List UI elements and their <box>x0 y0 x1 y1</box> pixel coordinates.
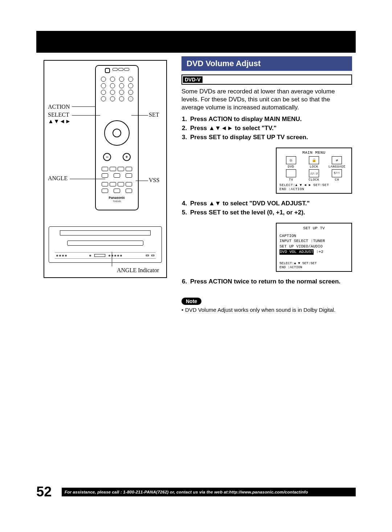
device-slot <box>60 230 151 235</box>
page-header-band <box>36 31 356 53</box>
num-btn <box>110 77 115 82</box>
menu-title: SET UP TV <box>279 226 348 231</box>
btn-icon <box>117 255 119 257</box>
remote-outline: − + <box>95 65 139 210</box>
num-btn <box>128 90 133 95</box>
remote-brand: Panasonic TV/DVD <box>96 196 138 202</box>
callout-vss: VSS <box>149 177 159 184</box>
language-icon: ⇄ <box>332 156 342 164</box>
page-number: 52 <box>36 484 62 500</box>
step-list: Press ACTION twice to return to the norm… <box>181 278 352 286</box>
transport-row2 <box>102 173 132 178</box>
chap-icon <box>126 173 132 178</box>
stop-icon <box>102 167 108 171</box>
search-icon <box>114 173 120 178</box>
illustration-panel: − + <box>44 60 167 278</box>
leader-line <box>72 115 100 116</box>
btn-icon <box>120 255 122 257</box>
device-front-panel <box>55 252 156 259</box>
subtitle-icon <box>118 182 124 186</box>
num-btn <box>119 96 124 101</box>
footer-assistance-bar: For assistance, please call : 1-800-211-… <box>62 488 356 496</box>
num-btn <box>119 77 124 82</box>
plus-icon: + <box>123 153 131 161</box>
callout-angle-indicator: ANGLE Indicator <box>117 267 159 274</box>
led-icon <box>62 255 64 257</box>
intro-paragraph: Some DVDs are recorded at lower than ave… <box>181 88 352 112</box>
menu-item-label: CH <box>326 178 348 182</box>
menu-line: INPUT SELECT :TUNER <box>279 238 348 244</box>
instructions-column: DVD Volume Adjust DVD-V Some DVDs are re… <box>181 56 352 313</box>
leader-line <box>70 179 105 179</box>
page-footer: 52 For assistance, please call : 1-800-2… <box>36 484 356 500</box>
menu-line: SET UP VIDEO/AUDIO <box>279 244 348 249</box>
dvdv-label: DVD-V <box>183 76 203 83</box>
lock-icon: 🔒 <box>309 156 319 164</box>
port-icon <box>146 255 149 256</box>
nav-pad <box>102 117 132 149</box>
section-title: DVD Volume Adjust <box>181 56 352 71</box>
still-icon <box>102 173 108 178</box>
note-body: DVD Volume Adjust works only when sound … <box>185 307 335 313</box>
mode-indicator: DVD-V <box>181 74 352 85</box>
num-btn <box>110 96 115 101</box>
vss-icon <box>126 182 132 186</box>
angle-icon <box>110 182 116 186</box>
feature-row2 <box>102 189 132 193</box>
dvd-icon: ◎ <box>286 156 296 164</box>
num-btn <box>101 90 106 95</box>
device-tray <box>67 241 143 246</box>
clock-icon: 12:3 <box>309 169 319 177</box>
port-icon <box>151 255 154 256</box>
timer-icon <box>102 189 108 193</box>
note-badge: Note <box>181 298 201 305</box>
play-icon <box>118 167 124 171</box>
return-icon <box>114 189 120 193</box>
set-center-icon <box>113 129 121 137</box>
btn-icon <box>109 255 110 257</box>
leader-line <box>131 115 148 116</box>
led-icon <box>65 255 67 257</box>
menu-btn <box>128 96 133 101</box>
ch-vol-row: − + <box>103 153 131 161</box>
menu-item-label: LANGUAGE <box>326 165 348 169</box>
note-text: •DVD Volume Adjust works only when sound… <box>181 306 352 314</box>
led-icon <box>56 255 58 257</box>
callout-select: SELECT ▲▼◄► <box>48 112 71 125</box>
menu-footer-line: SELECT:▲ ▼ ◄ ► SET:SET <box>279 183 348 187</box>
step-item: Press ▲▼◄► to select "TV." <box>189 124 352 133</box>
menu-footer-line: SELECT:▲ ▼ SET:SET <box>279 261 348 265</box>
step-item: Press SET to set the level (0, +1, or +2… <box>189 209 352 217</box>
menu-item-label: TV <box>279 178 302 182</box>
step-item: Press ACTION to display MAIN MENU. <box>189 115 352 124</box>
highlight-value: :+2 <box>316 250 323 254</box>
menu-item-label: LOCK <box>303 165 326 169</box>
step-list: Press ▲▼ to select "DVD VOL ADJUST." Pre… <box>181 200 352 217</box>
zoom-icon <box>126 189 132 193</box>
leader-line <box>112 252 112 266</box>
minus-icon: − <box>103 153 111 161</box>
num-btn <box>119 90 124 95</box>
step-item: Press ▲▼ to select "DVD VOL ADJUST." <box>189 200 352 208</box>
bullet-icon: • <box>181 306 185 314</box>
brand-label: Panasonic <box>96 196 138 200</box>
leader-line <box>72 106 96 107</box>
tv-icon <box>286 169 296 177</box>
menu-line: CAPTION <box>279 233 348 239</box>
mode-pill <box>113 68 118 71</box>
num-btn <box>119 83 124 88</box>
device-outline <box>49 226 162 263</box>
power-icon <box>105 68 110 73</box>
skip-back-icon <box>110 167 116 171</box>
display-window <box>94 254 105 257</box>
numpad <box>99 77 134 101</box>
step-item: Press ACTION twice to return to the norm… <box>189 278 352 286</box>
callout-set: SET <box>149 112 159 118</box>
mode-pill <box>124 68 129 71</box>
menu-line-highlighted: DVD VOL ADJUST :+2 <box>279 249 348 255</box>
led-icon <box>59 255 61 257</box>
highlight-label: DVD VOL ADJUST <box>279 249 314 255</box>
main-menu-screen: MAIN MENU ◎ DVD 🔒 LOCK ⇄ LANGUAGE <box>276 148 352 194</box>
audio-icon <box>102 182 108 186</box>
step-item: Press SET to display SET UP TV screen. <box>189 133 352 142</box>
